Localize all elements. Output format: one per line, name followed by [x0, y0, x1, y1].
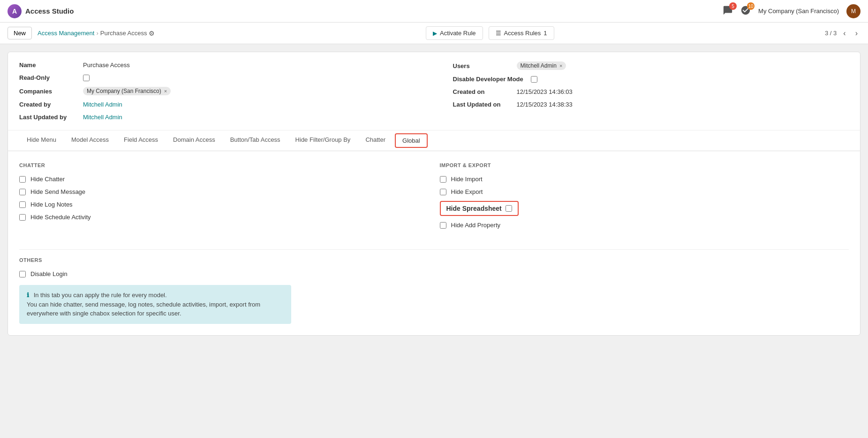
companies-field-row: Companies My Company (San Francisco) ×: [19, 87, 434, 95]
hide-send-message-label: Hide Send Message: [30, 188, 85, 195]
toolbar-center: ▶ Activate Rule ☰ Access Rules 1: [426, 26, 554, 40]
toolbar: New Access Management › Purchase Access …: [0, 23, 868, 44]
hide-import-field: Hide Import: [440, 176, 849, 183]
disable-dev-field-row: Disable Developer Mode: [453, 76, 849, 83]
readonly-label: Read-Only: [19, 74, 75, 81]
hide-add-property-label: Hide Add Property: [451, 222, 501, 229]
disable-login-label: Disable Login: [30, 270, 68, 277]
hide-spreadsheet-field: Hide Spreadsheet: [440, 201, 849, 216]
activate-rule-label: Activate Rule: [440, 30, 476, 37]
users-label: Users: [453, 62, 509, 69]
users-field-row: Users Mitchell Admin ×: [453, 61, 849, 70]
hide-add-property-field: Hide Add Property: [440, 222, 849, 229]
disable-dev-checkbox[interactable]: [531, 76, 537, 83]
others-section: OTHERS Disable Login ℹ In this tab you c…: [19, 249, 849, 324]
app-name: Access Studio: [25, 7, 74, 15]
hide-schedule-activity-label: Hide Schedule Activity: [30, 214, 91, 221]
hide-chatter-checkbox[interactable]: [19, 176, 26, 183]
created-on-label: Created on: [453, 88, 509, 95]
tab-domain-access[interactable]: Domain Access: [166, 131, 223, 151]
hide-log-notes-field: Hide Log Notes: [19, 201, 429, 208]
updated-by-value[interactable]: Mitchell Admin: [83, 114, 122, 121]
tab-chatter[interactable]: Chatter: [358, 131, 393, 151]
list-icon: ☰: [496, 30, 501, 37]
hide-add-property-checkbox[interactable]: [440, 222, 446, 229]
readonly-checkbox[interactable]: [83, 75, 90, 81]
hide-export-checkbox[interactable]: [440, 189, 446, 195]
tab-field-access[interactable]: Field Access: [116, 131, 166, 151]
tab-hide-filter-group-by[interactable]: Hide Filter/Group By: [288, 131, 358, 151]
created-on-value: 12/15/2023 14:36:03: [517, 88, 573, 95]
settings-icon[interactable]: ⚙: [149, 30, 155, 37]
messages-button[interactable]: 5: [723, 5, 733, 17]
created-by-label: Created by: [19, 101, 75, 108]
hide-schedule-activity-checkbox[interactable]: [19, 214, 26, 221]
readonly-field-row: Read-Only: [19, 74, 434, 81]
next-button[interactable]: ›: [853, 28, 860, 38]
form-section: Name Purchase Access Read-Only Companies…: [8, 52, 860, 131]
updated-on-value: 12/15/2023 14:38:33: [517, 101, 573, 108]
prev-button[interactable]: ‹: [840, 28, 848, 38]
created-on-field-row: Created on 12/15/2023 14:36:03: [453, 88, 849, 95]
created-by-field-row: Created by Mitchell Admin: [19, 101, 434, 108]
hide-spreadsheet-checkbox[interactable]: [506, 205, 512, 212]
tab-global[interactable]: Global: [395, 133, 428, 148]
hide-export-label: Hide Export: [451, 188, 483, 195]
access-rules-label: Access Rules: [504, 30, 541, 37]
app-logo: A: [8, 4, 22, 18]
tab-button-tab-access[interactable]: Button/Tab Access: [223, 131, 288, 151]
activity-badge: 10: [747, 2, 755, 10]
name-label: Name: [19, 61, 75, 69]
messages-badge: 5: [729, 2, 737, 10]
form-grid: Name Purchase Access Read-Only Companies…: [19, 61, 849, 121]
updated-by-field-row: Last Updated by Mitchell Admin: [19, 114, 434, 121]
avatar: M: [846, 4, 860, 18]
activity-button[interactable]: 10: [740, 5, 751, 17]
info-line2: You can hide chatter, send message, log …: [27, 300, 284, 318]
play-icon: ▶: [433, 30, 437, 37]
new-button[interactable]: New: [8, 27, 32, 39]
hide-import-label: Hide Import: [451, 176, 483, 183]
navbar: A Access Studio 5 10 My Company (San Fra…: [0, 0, 868, 23]
import-export-section-header: IMPORT & EXPORT: [440, 162, 849, 168]
updated-by-label: Last Updated by: [19, 114, 75, 121]
hide-chatter-field: Hide Chatter: [19, 176, 429, 183]
hide-send-message-checkbox[interactable]: [19, 189, 26, 195]
main-card: Name Purchase Access Read-Only Companies…: [8, 52, 860, 336]
remove-company-tag[interactable]: ×: [164, 88, 167, 94]
main-content: Name Purchase Access Read-Only Companies…: [0, 44, 868, 343]
company-name: My Company (San Francisco): [758, 8, 839, 15]
company-tag: My Company (San Francisco) ×: [83, 87, 171, 95]
others-divider: [19, 249, 849, 250]
access-rules-button[interactable]: ☰ Access Rules 1: [489, 26, 554, 40]
hide-log-notes-checkbox[interactable]: [19, 201, 26, 208]
updated-on-field-row: Last Updated on 12/15/2023 14:38:33: [453, 101, 849, 108]
global-two-col: CHATTER Hide Chatter Hide Send Message H…: [19, 162, 849, 246]
hide-log-notes-label: Hide Log Notes: [30, 201, 73, 208]
user-tag: Mitchell Admin ×: [517, 61, 566, 70]
chatter-section: CHATTER Hide Chatter Hide Send Message H…: [19, 162, 429, 234]
chatter-section-header: CHATTER: [19, 162, 429, 168]
hide-spreadsheet-label: Hide Spreadsheet: [446, 205, 502, 212]
info-line1: ℹ In this tab you can apply the rule for…: [27, 291, 284, 300]
disable-login-checkbox[interactable]: [19, 271, 26, 277]
tab-bar: Hide Menu Model Access Field Access Doma…: [8, 131, 860, 151]
tab-model-access[interactable]: Model Access: [64, 131, 116, 151]
activate-rule-button[interactable]: ▶ Activate Rule: [426, 26, 483, 40]
form-left: Name Purchase Access Read-Only Companies…: [19, 61, 434, 121]
pagination: 3 / 3 ‹ ›: [825, 28, 860, 38]
global-tab-content: CHATTER Hide Chatter Hide Send Message H…: [8, 151, 860, 335]
pagination-text: 3 / 3: [825, 30, 837, 37]
breadcrumb: Access Management › Purchase Access ⚙: [38, 30, 155, 37]
hide-schedule-activity-field: Hide Schedule Activity: [19, 214, 429, 221]
hide-import-checkbox[interactable]: [440, 176, 446, 183]
hide-chatter-label: Hide Chatter: [30, 176, 65, 183]
hide-export-field: Hide Export: [440, 188, 849, 195]
tab-hide-menu[interactable]: Hide Menu: [19, 131, 64, 151]
name-value: Purchase Access: [83, 61, 130, 69]
remove-user-tag[interactable]: ×: [559, 63, 562, 69]
disable-dev-label: Disable Developer Mode: [453, 76, 523, 83]
info-icon: ℹ: [27, 292, 29, 299]
breadcrumb-parent-link[interactable]: Access Management: [38, 30, 94, 37]
created-by-value[interactable]: Mitchell Admin: [83, 101, 122, 108]
